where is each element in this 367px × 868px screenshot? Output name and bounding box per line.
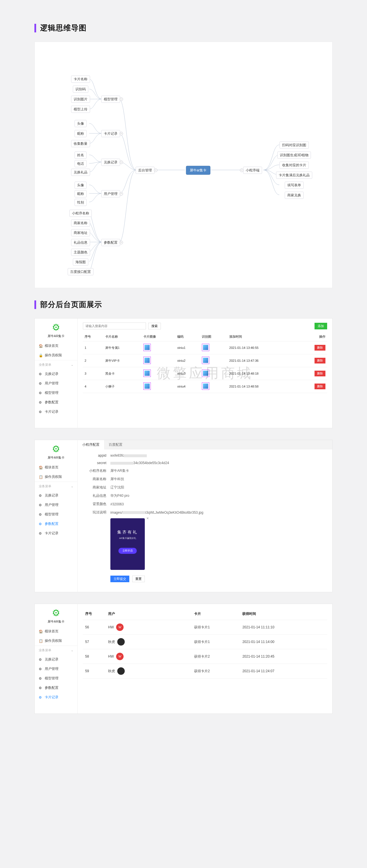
tab-baidu[interactable]: 百度配置	[104, 440, 127, 450]
delete-button[interactable]: 删除	[314, 345, 326, 350]
label-rules: 玩法说明	[84, 510, 106, 515]
mm-leaf: 百度接口配置	[68, 268, 93, 276]
label-merch-addr: 商家地址	[84, 485, 106, 490]
cell-code: xiniu1	[176, 341, 200, 354]
poster-title: 集齐有礼	[113, 530, 142, 535]
section-header-admin: 部分后台页面展示	[34, 300, 333, 310]
sidebar-item-label: 模型管理	[45, 512, 59, 517]
mm-leaf: 性别	[74, 199, 87, 206]
rec-image-thumb[interactable]	[202, 370, 209, 377]
add-button[interactable]: 添加	[314, 323, 327, 329]
table-row: 3黑金卡xiniu32021-01-14 13:48:18删除	[83, 367, 327, 380]
sidebar-item-card[interactable]: ⚙卡片记录	[35, 407, 78, 416]
sidebar-item-label: 模块首页	[45, 465, 59, 470]
sidebar-item-label: 兑换记录	[45, 372, 59, 376]
gear-icon: ⚙	[39, 522, 42, 526]
sidebar-item-label: 用户管理	[45, 502, 59, 507]
mm-leaf: 填写表单	[285, 182, 304, 189]
cell-id: 56	[83, 620, 106, 635]
home-icon: 🏠	[39, 629, 42, 633]
rec-image-thumb[interactable]	[202, 344, 209, 351]
gear-icon: ⚙	[35, 608, 78, 618]
cell-name: 小狮子	[103, 380, 142, 393]
sidebar-item-perm[interactable]: 🔒操作员权限	[35, 350, 78, 360]
sidebar-group[interactable]: 业务菜单⌄	[35, 360, 78, 369]
card-image-thumb[interactable]	[143, 344, 151, 351]
collapse-icon[interactable]: −	[154, 168, 157, 172]
delete-button[interactable]: 删除	[314, 371, 326, 376]
label-gift: 礼品信息	[84, 493, 106, 498]
gear-icon: ⚙	[35, 322, 78, 333]
mm-mini: 小程序端	[243, 167, 262, 174]
col-code: 编码	[176, 332, 200, 341]
cell-rec	[200, 380, 227, 393]
rec-image-thumb[interactable]	[202, 382, 209, 390]
reset-button[interactable]: 重置	[132, 576, 145, 582]
tab-mini[interactable]: 小程序配置	[78, 440, 104, 450]
label-mini-name: 小程序名称	[84, 468, 106, 473]
card-image-thumb[interactable]	[143, 382, 151, 390]
cell-time: 2021-01-14 13:48:58	[228, 380, 297, 393]
submit-button[interactable]: 立即提交	[111, 576, 129, 582]
delete-button[interactable]: 删除	[314, 383, 326, 389]
card-image-thumb[interactable]	[143, 370, 151, 377]
config-main: 小程序配置 百度配置 appidwxfe83fc secret34c3054bd…	[78, 440, 332, 592]
sidebar-item-redeem[interactable]: ⚙兑换记录	[35, 491, 78, 500]
sidebar-item-perm[interactable]: 📋操作员权限	[35, 472, 78, 482]
sidebar-item-param[interactable]: ⚙参数配置	[35, 683, 78, 692]
sidebar-item-label: 模块首页	[45, 629, 59, 634]
mm-leaf: 主题颜色	[71, 249, 90, 256]
rec-image-thumb[interactable]	[202, 356, 209, 364]
val-merch-addr: 辽宁沈阳	[111, 485, 124, 490]
avatar	[117, 638, 125, 646]
section-title: 逻辑思维导图	[40, 23, 87, 33]
records-main: 序号 用户 卡片 获得时间 56HWW获得卡片12021-01-14 11:11…	[78, 604, 332, 713]
sidebar-item-user[interactable]: ⚙用户管理	[35, 664, 78, 674]
search-button[interactable]: 搜索	[148, 323, 161, 329]
collapse-icon[interactable]: −	[120, 97, 123, 101]
sidebar-item-model[interactable]: ⚙模型管理	[35, 510, 78, 519]
mm-leaf: 收集对应的卡片	[280, 162, 309, 169]
collapse-icon[interactable]: −	[120, 160, 123, 164]
sidebar-item-param[interactable]: ⚙参数配置	[35, 519, 78, 529]
collapse-icon[interactable]: −	[240, 168, 243, 172]
user-name: HW	[108, 654, 114, 658]
sidebar-item-card[interactable]: ⚙卡片记录	[35, 529, 78, 538]
sidebar-item-card[interactable]: ⚙卡片记录	[35, 692, 78, 702]
search-input[interactable]	[83, 322, 146, 329]
cell-card: 获得卡片2	[192, 664, 240, 679]
section-title: 部分后台页面展示	[40, 300, 102, 310]
table-row: 57秋虎获得卡片12021-01-14 11:14:00	[83, 635, 327, 649]
mm-leaf: 识别图片	[71, 96, 90, 103]
sidebar-item-home[interactable]: 🏠模块首页	[35, 627, 78, 636]
sidebar-item-redeem[interactable]: ⚙兑换记录	[35, 369, 78, 379]
sidebar-item-home[interactable]: 🏠模块首页	[35, 341, 78, 350]
cell-card: 获得卡片1	[192, 635, 240, 649]
sidebar-item-home[interactable]: 🏠模块首页	[35, 463, 78, 472]
card-image-thumb[interactable]	[143, 356, 151, 364]
close-icon[interactable]: ×	[147, 516, 149, 521]
gear-icon: ⚙	[39, 410, 42, 414]
sidebar-item-label: 参数配置	[45, 521, 59, 526]
sidebar: ⚙ 犀牛AR集卡 🏠模块首页 📋操作员权限 业务菜单⌄ ⚙兑换记录 ⚙用户管理 …	[35, 440, 78, 592]
poster-preview: × 集齐有礼 AR集卡赢取好礼 立即开启	[111, 518, 145, 570]
cell-time: 2021-01-14 11:11:10	[240, 620, 327, 635]
sidebar-item-user[interactable]: ⚙用户管理	[35, 500, 78, 510]
sidebar-item-model[interactable]: ⚙模型管理	[35, 674, 78, 683]
sidebar-item-label: 参数配置	[45, 685, 59, 690]
sidebar-item-perm[interactable]: 📋操作员权限	[35, 636, 78, 646]
sidebar-group[interactable]: 业务菜单⌄	[35, 646, 78, 655]
delete-button[interactable]: 删除	[314, 358, 326, 364]
sidebar-item-redeem[interactable]: ⚙兑换记录	[35, 655, 78, 664]
cell-rec	[200, 354, 227, 367]
mm-leaf: 收集数量	[71, 140, 90, 147]
sidebar-group-label: 业务菜单	[39, 363, 51, 367]
sidebar-item-model[interactable]: ⚙模型管理	[35, 388, 78, 398]
sidebar-item-param[interactable]: ⚙参数配置	[35, 398, 78, 407]
sidebar-group[interactable]: 业务菜单⌄	[35, 482, 78, 491]
collapse-icon[interactable]: −	[120, 132, 123, 135]
val-theme: #320063	[111, 502, 124, 506]
collapse-icon[interactable]: −	[120, 192, 123, 195]
sidebar-item-user[interactable]: ⚙用户管理	[35, 379, 78, 388]
collapse-icon[interactable]: −	[120, 241, 123, 244]
